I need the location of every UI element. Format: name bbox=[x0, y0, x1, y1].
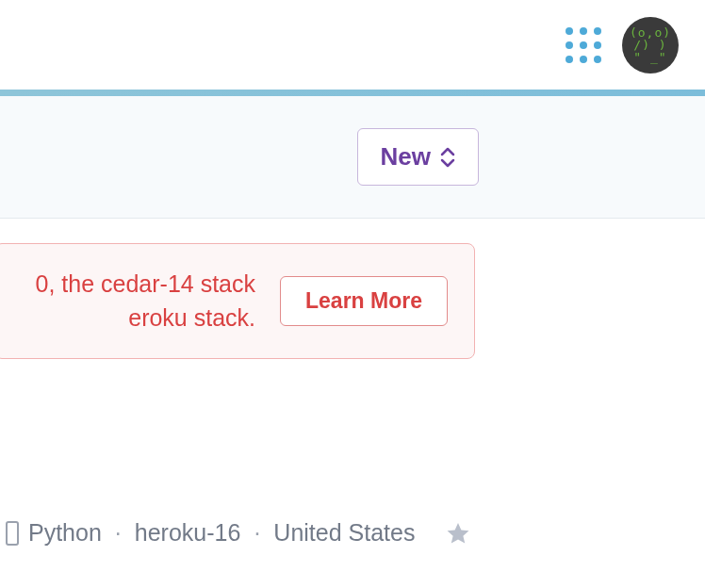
alert-zone: 0, the cedar-14 stack eroku stack. Learn… bbox=[0, 219, 705, 384]
deprecation-alert: 0, the cedar-14 stack eroku stack. Learn… bbox=[0, 243, 475, 359]
apps-grid-icon[interactable] bbox=[566, 27, 601, 63]
stack-icon bbox=[6, 520, 19, 547]
app-language: Python bbox=[28, 519, 102, 547]
dot-separator: · bbox=[111, 519, 125, 547]
top-bar: (o,o) /) ) " _" bbox=[0, 0, 705, 90]
app-region: United States bbox=[273, 519, 415, 547]
avatar-ascii-bot: " _" bbox=[633, 51, 666, 63]
learn-more-button[interactable]: Learn More bbox=[280, 276, 448, 326]
favorite-star-icon[interactable] bbox=[445, 520, 471, 547]
alert-text: 0, the cedar-14 stack eroku stack. bbox=[0, 267, 255, 335]
app-row[interactable]: Python · heroku-16 · United States bbox=[0, 519, 471, 547]
learn-more-label: Learn More bbox=[305, 288, 422, 313]
app-stack: heroku-16 bbox=[135, 519, 241, 547]
alert-line-2: eroku stack. bbox=[0, 301, 255, 335]
accent-divider bbox=[0, 90, 705, 96]
dot-separator: · bbox=[250, 519, 264, 547]
chevron-up-down-icon bbox=[440, 147, 455, 168]
avatar[interactable]: (o,o) /) ) " _" bbox=[622, 17, 679, 74]
sub-header: New bbox=[0, 96, 705, 219]
svg-rect-0 bbox=[7, 522, 18, 545]
new-button-label: New bbox=[381, 142, 431, 172]
new-button[interactable]: New bbox=[357, 128, 479, 186]
alert-line-1: 0, the cedar-14 stack bbox=[0, 267, 255, 301]
